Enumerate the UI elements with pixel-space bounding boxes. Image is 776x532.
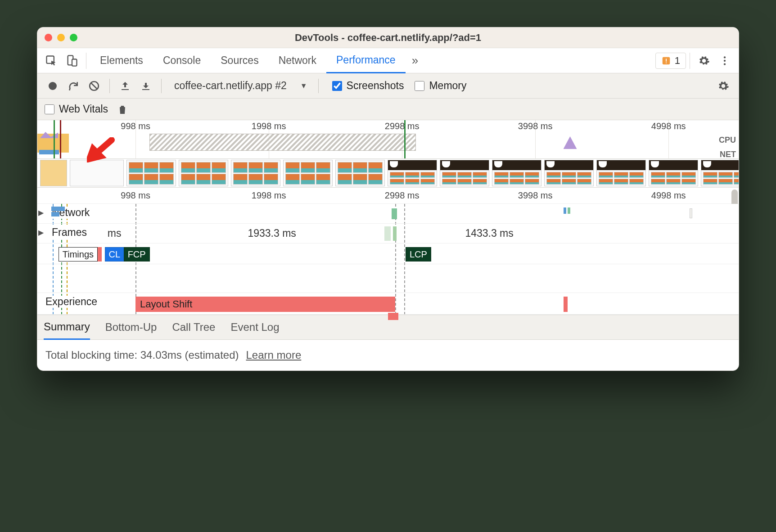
performance-toolbar: coffee-cart.netlify.app #2 ▼ Screenshots… <box>37 73 739 99</box>
capture-settings-icon[interactable] <box>715 78 731 94</box>
filmstrip-frame[interactable] <box>70 160 124 186</box>
overview-cpu-label: CPU <box>719 135 736 145</box>
tab-event-log[interactable]: Event Log <box>230 315 279 339</box>
filmstrip-frame[interactable] <box>126 160 176 186</box>
expand-caret-icon[interactable]: ▶ <box>38 208 44 217</box>
track-network[interactable]: ▶ Network <box>37 204 739 224</box>
reload-record-button[interactable] <box>65 78 81 94</box>
load-profile-icon[interactable] <box>117 78 133 94</box>
garbage-collect-icon[interactable] <box>114 101 131 117</box>
web-vitals-input[interactable] <box>45 104 54 114</box>
svg-rect-12 <box>142 89 149 90</box>
device-toggle-icon[interactable] <box>62 50 82 71</box>
filmstrip-frame[interactable] <box>701 160 739 186</box>
web-vitals-checkbox[interactable]: Web Vitals <box>45 103 108 115</box>
tab-elements[interactable]: Elements <box>90 48 153 73</box>
track-timings[interactable]: Timings CL FCP LCP <box>37 243 739 264</box>
track-experience[interactable]: Experience Layout Shift <box>37 293 739 315</box>
filmstrip-frame[interactable] <box>283 160 333 186</box>
track-gap <box>37 264 739 293</box>
screenshot-filmstrip[interactable] <box>37 159 739 188</box>
expand-caret-icon[interactable]: ▶ <box>38 228 44 237</box>
svg-rect-2 <box>72 59 77 66</box>
filmstrip-frame[interactable] <box>596 160 646 186</box>
main-ruler[interactable]: 998 ms 1998 ms 2998 ms 3998 ms 4998 ms <box>37 188 739 204</box>
dropdown-chevron-icon[interactable]: ▼ <box>297 82 311 90</box>
svg-point-7 <box>724 59 726 61</box>
settings-gear-icon[interactable] <box>694 50 714 71</box>
filmstrip-frame[interactable] <box>492 160 541 186</box>
overview-net-label: NET <box>720 150 736 159</box>
kebab-menu-icon[interactable] <box>714 50 735 71</box>
svg-point-6 <box>724 56 726 58</box>
summary-panel: Total blocking time: 34.03ms (estimated)… <box>37 340 739 370</box>
tab-call-tree[interactable]: Call Tree <box>172 315 215 339</box>
svg-point-8 <box>724 63 726 65</box>
svg-point-9 <box>49 82 57 90</box>
total-blocking-time: Total blocking time: 34.03ms (estimated) <box>45 349 239 361</box>
screenshots-checkbox[interactable]: Screenshots <box>332 80 404 92</box>
filmstrip-frame[interactable] <box>179 160 228 186</box>
svg-rect-4 <box>666 59 667 61</box>
svg-rect-11 <box>122 89 129 90</box>
titlebar: DevTools - coffee-cart.netlify.app/?ad=1 <box>37 27 739 48</box>
filmstrip-frame[interactable] <box>335 160 385 186</box>
track-frames[interactable]: ▶ Frames ms 1933.3 ms 1433.3 ms <box>37 224 739 243</box>
panel-tabs: Elements Console Sources Network Perform… <box>37 48 739 73</box>
memory-checkbox[interactable]: Memory <box>415 80 466 92</box>
recording-selector[interactable]: coffee-cart.netlify.app #2 <box>169 80 292 92</box>
filmstrip-frame[interactable] <box>440 160 489 186</box>
tab-console[interactable]: Console <box>153 48 211 73</box>
screenshots-input[interactable] <box>332 81 342 91</box>
learn-more-link[interactable]: Learn more <box>246 349 302 361</box>
tab-performance[interactable]: Performance <box>326 49 406 73</box>
tab-summary[interactable]: Summary <box>44 316 90 340</box>
issues-button[interactable]: 1 <box>655 53 686 69</box>
filmstrip-frame[interactable] <box>231 160 280 186</box>
record-button[interactable] <box>45 78 61 94</box>
save-profile-icon[interactable] <box>138 78 154 94</box>
tab-sources[interactable]: Sources <box>211 48 268 73</box>
filmstrip-frame[interactable] <box>40 160 67 186</box>
issues-count: 1 <box>675 55 680 67</box>
layout-shift-bar[interactable]: Layout Shift <box>135 297 395 312</box>
flame-chart-tracks[interactable]: ▶ Network ▶ Frames ms 1933.3 ms 1433.3 m… <box>37 204 739 315</box>
filmstrip-frame[interactable] <box>649 160 698 186</box>
performance-subbar: Web Vitals <box>37 99 739 120</box>
tab-network[interactable]: Network <box>269 48 326 73</box>
clear-button[interactable] <box>86 78 102 94</box>
filmstrip-frame[interactable] <box>388 160 437 186</box>
annotation-arrow-icon <box>87 137 118 162</box>
devtools-window: DevTools - coffee-cart.netlify.app/?ad=1… <box>37 27 739 371</box>
overview-timeline[interactable]: 998 ms 1998 ms 2998 ms 3998 ms 4998 ms C… <box>37 120 739 159</box>
svg-rect-5 <box>666 62 667 63</box>
more-tabs-icon[interactable]: » <box>406 54 424 68</box>
memory-input[interactable] <box>415 81 424 91</box>
window-title: DevTools - coffee-cart.netlify.app/?ad=1 <box>37 32 739 44</box>
tab-bottom-up[interactable]: Bottom-Up <box>105 315 157 339</box>
inspect-icon[interactable] <box>41 50 62 71</box>
filmstrip-frame[interactable] <box>544 160 594 186</box>
